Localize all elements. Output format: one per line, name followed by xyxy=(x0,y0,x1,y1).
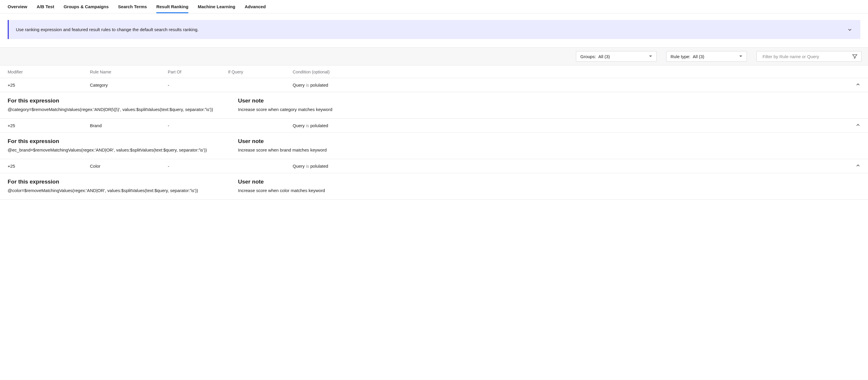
cell-partof: - xyxy=(168,83,228,88)
collapse-toggle[interactable] xyxy=(856,82,860,88)
rules-list: +25 Category - Query is polulated For th… xyxy=(0,78,868,200)
caret-down-icon xyxy=(739,55,743,58)
usernote-heading: User note xyxy=(238,138,860,145)
cell-partof: - xyxy=(168,123,228,128)
groups-select[interactable]: Groups: All (3) xyxy=(576,51,657,62)
cell-rulename: Color xyxy=(90,164,168,168)
banner-container: Use ranking expression and featured resu… xyxy=(0,13,868,47)
expression-heading: For this expression xyxy=(8,138,231,145)
usernote-text: Increase score when brand matches keywor… xyxy=(238,148,860,152)
col-rulename: Rule Name xyxy=(90,70,168,74)
col-modifier: Modifier xyxy=(8,70,90,74)
info-banner[interactable]: Use ranking expression and featured resu… xyxy=(8,20,860,39)
chevron-down-icon xyxy=(847,27,852,32)
cell-modifier: +25 xyxy=(8,164,90,168)
rule-row[interactable]: +25 Category - Query is polulated xyxy=(0,78,868,92)
ruletype-value: All (3) xyxy=(693,54,704,59)
col-ifquery: If Query xyxy=(228,70,293,74)
rule-row[interactable]: +25 Brand - Query is polulated xyxy=(0,119,868,133)
filter-icon xyxy=(852,54,858,59)
groups-label: Groups: xyxy=(580,54,596,59)
expression-text: @ec_brand=$removeMatchingValues(regex:'A… xyxy=(8,148,231,152)
tab-bar: OverviewA/B TestGroups & CampaignsSearch… xyxy=(0,0,868,13)
ruletype-select[interactable]: Rule type: All (3) xyxy=(666,51,747,62)
cell-partof: - xyxy=(168,164,228,168)
col-partof: Part Of xyxy=(168,70,228,74)
cell-modifier: +25 xyxy=(8,123,90,128)
tab-machine-learning[interactable]: Machine Learning xyxy=(198,0,236,13)
chevron-up-icon xyxy=(856,163,860,168)
cell-rulename: Category xyxy=(90,83,168,88)
tab-advanced[interactable]: Advanced xyxy=(245,0,266,13)
rule-row[interactable]: +25 Color - Query is polulated xyxy=(0,159,868,173)
table-header: Modifier Rule Name Part Of If Query Cond… xyxy=(0,65,868,78)
collapse-toggle[interactable] xyxy=(856,163,860,169)
usernote-text: Increase score when color matches keywor… xyxy=(238,188,860,193)
usernote-text: Increase score when category matches key… xyxy=(238,107,860,112)
tab-overview[interactable]: Overview xyxy=(8,0,27,13)
cell-condition: Query is polulated xyxy=(293,164,843,168)
usernote-col: User note Increase score when category m… xyxy=(238,97,860,112)
usernote-heading: User note xyxy=(238,179,860,185)
caret-down-icon xyxy=(649,55,652,58)
tab-result-ranking[interactable]: Result Ranking xyxy=(156,0,188,13)
filter-box[interactable] xyxy=(756,51,862,62)
cell-condition: Query is polulated xyxy=(293,83,843,88)
expression-text: @color=$removeMatchingValues(regex:'AND|… xyxy=(8,188,231,193)
rule-detail: For this expression @ec_brand=$removeMat… xyxy=(0,133,868,159)
banner-text: Use ranking expression and featured resu… xyxy=(16,27,198,32)
expression-heading: For this expression xyxy=(8,97,231,104)
tab-a-b-test[interactable]: A/B Test xyxy=(37,0,54,13)
usernote-col: User note Increase score when brand matc… xyxy=(238,138,860,152)
rule-detail: For this expression @category=$removeMat… xyxy=(0,92,868,119)
expression-col: For this expression @color=$removeMatchi… xyxy=(8,179,231,193)
expression-col: For this expression @category=$removeMat… xyxy=(8,97,231,112)
rule-detail: For this expression @color=$removeMatchi… xyxy=(0,173,868,200)
collapse-toggle[interactable] xyxy=(856,123,860,128)
ruletype-label: Rule type: xyxy=(671,54,690,59)
expression-heading: For this expression xyxy=(8,179,231,185)
cell-condition: Query is polulated xyxy=(293,123,843,128)
col-condition: Condition (optional) xyxy=(293,70,843,74)
chevron-up-icon xyxy=(856,82,860,87)
expression-text: @category=$removeMatchingValues(regex:'A… xyxy=(8,107,231,112)
toolbar: Groups: All (3) Rule type: All (3) xyxy=(0,47,868,65)
filter-input[interactable] xyxy=(763,54,852,59)
tab-search-terms[interactable]: Search Terms xyxy=(118,0,147,13)
cell-rulename: Brand xyxy=(90,123,168,128)
expression-col: For this expression @ec_brand=$removeMat… xyxy=(8,138,231,152)
cell-modifier: +25 xyxy=(8,83,90,88)
usernote-col: User note Increase score when color matc… xyxy=(238,179,860,193)
usernote-heading: User note xyxy=(238,97,860,104)
tab-groups-campaigns[interactable]: Groups & Campaigns xyxy=(63,0,108,13)
chevron-up-icon xyxy=(856,123,860,127)
groups-value: All (3) xyxy=(598,54,610,59)
